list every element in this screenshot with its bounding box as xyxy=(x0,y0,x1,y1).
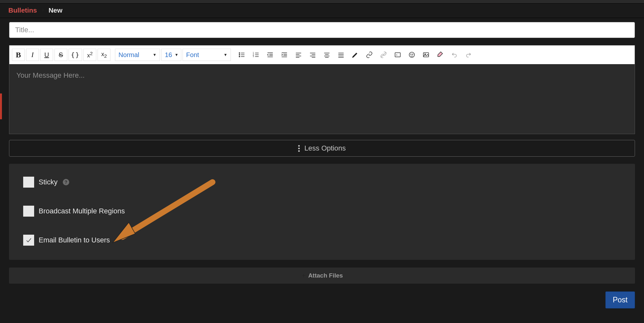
svg-text://..: //.. xyxy=(396,54,399,56)
email-bulletin-label: Email Bulletin to Users xyxy=(39,236,110,244)
unlink-icon xyxy=(380,51,387,58)
superscript-icon: x2 xyxy=(87,51,92,59)
indent-button[interactable] xyxy=(278,49,291,61)
font-family-label: Font xyxy=(186,51,199,59)
options-panel: Sticky ? Broadcast Multiple Regions Emai… xyxy=(9,164,635,260)
subscript-icon: x2 xyxy=(101,51,107,59)
indent-icon xyxy=(281,51,288,58)
caret-down-icon: ▼ xyxy=(223,53,227,57)
option-sticky-row: Sticky ? xyxy=(23,177,621,188)
sticky-checkbox[interactable] xyxy=(23,177,34,188)
attach-files-button[interactable]: Attach Files xyxy=(9,268,635,284)
help-icon[interactable]: ? xyxy=(63,179,69,185)
broadcast-label: Broadcast Multiple Regions xyxy=(39,207,125,215)
svg-point-40 xyxy=(411,54,411,54)
eraser-icon xyxy=(437,51,444,58)
redo-button[interactable] xyxy=(462,49,475,61)
code-button[interactable]: {} xyxy=(69,49,82,61)
align-right-icon xyxy=(309,51,316,58)
caret-down-icon: ▼ xyxy=(153,53,156,57)
italic-button[interactable]: I xyxy=(26,49,39,61)
broadcast-checkbox[interactable] xyxy=(23,206,34,217)
svg-point-39 xyxy=(409,52,415,58)
outdent-button[interactable] xyxy=(264,49,277,61)
outdent-icon xyxy=(267,51,274,58)
bold-button[interactable]: B xyxy=(12,49,25,61)
superscript-button[interactable]: x2 xyxy=(83,49,96,61)
align-right-button[interactable] xyxy=(306,49,319,61)
subscript-button[interactable]: x2 xyxy=(98,49,110,61)
caret-down-icon: ▼ xyxy=(175,53,178,57)
svg-point-0 xyxy=(239,53,240,54)
title-input[interactable] xyxy=(9,22,635,38)
chevron-right-icon xyxy=(40,6,45,14)
undo-button[interactable] xyxy=(448,49,461,61)
message-textarea[interactable]: Your Message Here... xyxy=(9,64,635,134)
redo-icon xyxy=(465,51,472,58)
drag-handle-icon xyxy=(298,145,300,152)
plus-icon xyxy=(301,273,306,278)
bold-icon: B xyxy=(16,51,21,59)
editor: B I U S {} x2 x2 Normal ▼ 16 ▼ Font ▼ xyxy=(9,45,635,134)
attach-files-label: Attach Files xyxy=(308,272,343,279)
ordered-list-icon: 123 xyxy=(252,51,260,58)
main-content: B I U S {} x2 x2 Normal ▼ 16 ▼ Font ▼ xyxy=(0,18,644,308)
insert-image-button[interactable] xyxy=(420,49,432,61)
code-braces-icon: {} xyxy=(71,51,80,59)
align-center-button[interactable] xyxy=(320,49,333,61)
top-bar xyxy=(0,0,644,4)
underline-icon: U xyxy=(44,51,49,59)
italic-icon: I xyxy=(31,51,33,59)
option-broadcast-row: Broadcast Multiple Regions xyxy=(23,206,621,217)
svg-text:3: 3 xyxy=(253,55,254,57)
paragraph-style-label: Normal xyxy=(118,51,139,59)
ordered-list-button[interactable]: 123 xyxy=(250,49,262,61)
breadcrumb: Bulletins New xyxy=(0,4,644,18)
strikethrough-button[interactable]: S xyxy=(54,49,67,61)
breadcrumb-current: New xyxy=(49,6,62,14)
post-button[interactable]: Post xyxy=(605,291,635,308)
sticky-label: Sticky xyxy=(39,178,58,186)
svg-point-41 xyxy=(412,54,413,54)
font-family-select[interactable]: Font ▼ xyxy=(183,49,231,61)
unordered-list-icon xyxy=(238,51,245,58)
strikethrough-icon: S xyxy=(59,51,63,59)
emoji-button[interactable] xyxy=(405,49,418,61)
option-email-row: Email Bulletin to Users xyxy=(23,235,621,246)
breadcrumb-root-link[interactable]: Bulletins xyxy=(8,6,37,14)
eraser-button[interactable] xyxy=(434,49,447,61)
font-size-label: 16 xyxy=(165,51,172,59)
post-row: Post xyxy=(9,291,635,308)
left-accent-bar xyxy=(0,93,2,119)
pencil-icon xyxy=(352,51,359,58)
paragraph-style-select[interactable]: Normal ▼ xyxy=(115,49,160,61)
smile-icon xyxy=(408,51,415,58)
less-options-toggle[interactable]: Less Options xyxy=(9,140,635,157)
svg-point-1 xyxy=(239,54,240,55)
align-justify-button[interactable] xyxy=(335,49,347,61)
color-picker-button[interactable] xyxy=(349,49,362,61)
less-options-label: Less Options xyxy=(304,144,346,152)
align-center-icon xyxy=(323,51,330,58)
link-icon xyxy=(366,51,373,58)
font-size-select[interactable]: 16 ▼ xyxy=(161,49,181,61)
editor-toolbar: B I U S {} x2 x2 Normal ▼ 16 ▼ Font ▼ xyxy=(9,45,635,64)
remove-link-button[interactable] xyxy=(377,49,390,61)
undo-icon xyxy=(451,51,458,58)
email-bulletin-checkbox[interactable] xyxy=(23,235,34,246)
underline-button[interactable]: U xyxy=(40,49,53,61)
insert-link-button[interactable] xyxy=(363,49,376,61)
iframe-icon: //.. xyxy=(394,51,401,58)
align-left-button[interactable] xyxy=(292,49,305,61)
unordered-list-button[interactable] xyxy=(235,49,248,61)
image-icon xyxy=(422,51,430,58)
align-justify-icon xyxy=(337,51,345,58)
align-left-icon xyxy=(295,51,302,58)
svg-point-2 xyxy=(239,56,240,57)
insert-iframe-button[interactable]: //.. xyxy=(391,49,404,61)
